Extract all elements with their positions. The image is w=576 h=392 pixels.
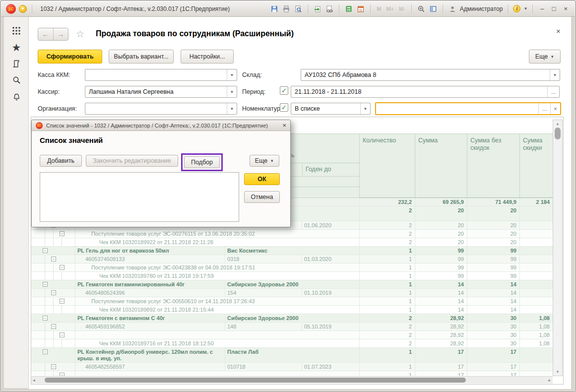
settings-button[interactable]: Настройки... (181, 50, 234, 64)
sklad-combo[interactable]: АУ1032 СПб Абрамова 8▼ (301, 69, 560, 81)
column-header-sum[interactable]: Сумма (415, 134, 467, 197)
print-preview-icon[interactable] (294, 4, 303, 13)
table-row[interactable]: Чек ККМ 10320189780 от 21.11.2018 19:17:… (31, 272, 553, 280)
table-row[interactable]: −460548255859701071801.07.202311717 (31, 363, 553, 371)
scroll-up-icon[interactable]: ▲ (553, 122, 562, 126)
pick-button[interactable]: Подбор (184, 156, 220, 168)
nomenclature-list-field[interactable]: ... × (375, 102, 561, 115)
forward-button[interactable]: → (54, 28, 68, 40)
table-row[interactable]: −Поступление товаров услуг ЭС-00276115 о… (31, 230, 553, 238)
column-header-sum-no-discount[interactable]: Сумма без скидок (467, 134, 520, 197)
collapse-icon[interactable]: − (43, 282, 48, 287)
dialog-more-button[interactable]: Еще▼ (250, 155, 279, 167)
table-row[interactable]: Чек ККМ 10320189892 от 21.11.2018 21:15:… (31, 306, 553, 314)
table-row[interactable]: −11717 (31, 371, 553, 376)
table-row[interactable]: Чек ККМ 10320189716 от 21.11.2018 18:12:… (31, 339, 553, 348)
nomenclature-condition-combo[interactable]: В списке▼ (291, 103, 371, 115)
collapse-icon[interactable]: − (43, 248, 48, 253)
table-row[interactable]: Чек ККМ 10320189922 от 21.11.2018 22:11:… (31, 238, 553, 247)
collapse-icon[interactable]: − (43, 349, 48, 354)
ellipsis-button[interactable]: ... (538, 103, 550, 114)
sections-menu-icon[interactable] (4, 24, 29, 38)
table-row[interactable]: −Поступление товаров услуг ЭС-00423838 о… (31, 263, 553, 272)
memory-recall-button[interactable]: M (376, 6, 382, 12)
table-row[interactable]: −Поступление товаров услуг ЭС-00550610 о… (31, 297, 553, 306)
vertical-scrollbar[interactable]: ▲ ▼ (553, 120, 563, 376)
history-icon[interactable] (4, 57, 29, 70)
collapse-icon[interactable]: − (60, 373, 64, 376)
go-to-link-icon[interactable] (325, 4, 334, 13)
main-menu-dropdown-icon[interactable]: ▼ (19, 5, 27, 13)
clear-icon[interactable]: × (550, 103, 560, 114)
period-field[interactable]: 21.11.2018 - 21.11.2018... (291, 86, 560, 98)
more-button[interactable]: Еще▼ (529, 50, 561, 64)
column-header-valid-until[interactable]: Годен до (302, 164, 360, 176)
get-link-icon[interactable] (313, 4, 322, 13)
minimize-button[interactable]: – (538, 5, 546, 12)
collapse-icon[interactable]: − (60, 265, 64, 270)
back-button[interactable]: ← (38, 28, 54, 40)
period-checkbox[interactable]: ✓ (280, 86, 288, 95)
table-row[interactable]: −228,92301,08 (31, 331, 553, 339)
finish-edit-button[interactable]: Закончить редактирование (86, 155, 178, 167)
current-user-label[interactable]: Администратор (460, 5, 503, 12)
split-window-icon[interactable] (429, 4, 438, 13)
calculator-icon[interactable] (344, 4, 353, 13)
scroll-down-icon[interactable]: ▼ (553, 370, 562, 374)
kassir-combo[interactable]: Лапшина Наталия Сергеевна▼ (85, 86, 237, 98)
chevron-down-icon[interactable]: ▼ (550, 69, 560, 80)
nomenclature-checkbox[interactable]: ✓ (280, 103, 288, 112)
chevron-down-icon[interactable]: ▼ (227, 103, 237, 114)
search-icon[interactable] (4, 73, 29, 87)
maximize-button[interactable]: □ (550, 5, 559, 12)
zoom-icon[interactable] (417, 4, 426, 13)
collapse-icon[interactable]: − (60, 299, 64, 304)
1c-logo-icon[interactable]: 1С (6, 4, 16, 14)
table-row[interactable]: −PL Контейнер д/биопроб универс. 120мл п… (31, 348, 553, 363)
favorites-star-icon[interactable]: ★ (4, 41, 29, 55)
info-icon[interactable]: i (513, 5, 520, 12)
generate-button[interactable]: Сформировать (38, 50, 102, 64)
table-row[interactable]: −PL Гематоген витаминизированный 40гСиби… (31, 280, 553, 289)
memory-add-button[interactable]: M+ (385, 6, 395, 12)
cancel-button[interactable]: Отмена (244, 191, 280, 203)
kassa-combo[interactable]: ▼ (85, 69, 237, 81)
collapse-icon[interactable]: − (43, 316, 48, 321)
scroll-right-icon[interactable]: ▸ (548, 378, 551, 383)
table-row[interactable]: −460548052439615401.10.201911414 (31, 289, 553, 297)
memory-subtract-button[interactable]: M- (398, 6, 406, 12)
column-header-discount[interactable]: Сумма скидки (520, 134, 553, 197)
chevron-down-icon[interactable]: ▼ (360, 103, 370, 114)
close-button[interactable]: × (561, 5, 570, 12)
table-row[interactable]: −PL Гематоген с витамином С 40гСибирское… (31, 314, 553, 323)
chevron-down-icon[interactable]: ▼ (227, 86, 237, 97)
value-list-box[interactable] (40, 172, 239, 222)
add-to-favorites-icon[interactable]: ☆ (76, 28, 84, 40)
horizontal-scroll-thumb[interactable] (45, 378, 466, 383)
collapse-icon[interactable]: − (51, 257, 56, 261)
add-value-button[interactable]: Добавить (40, 155, 82, 167)
collapse-icon[interactable]: − (51, 364, 56, 369)
table-row[interactable]: −4605374509133031801.03.202019999 (31, 255, 553, 263)
collapse-icon[interactable]: − (60, 332, 64, 337)
org-combo[interactable]: ▼ (85, 103, 237, 115)
ok-button[interactable]: ОК (244, 173, 280, 185)
table-row[interactable]: −460545919685214805.10.2019228,92301,08 (31, 323, 553, 331)
horizontal-scrollbar[interactable]: ◂ ▸ (31, 376, 553, 384)
dialog-close-icon[interactable]: × (282, 122, 286, 129)
ellipsis-button[interactable]: ... (547, 86, 559, 97)
vertical-scroll-thumb[interactable] (555, 128, 561, 139)
form-close-icon[interactable]: × (556, 27, 561, 35)
notifications-bell-icon[interactable] (4, 90, 29, 104)
print-icon[interactable] (282, 4, 291, 13)
scroll-left-icon[interactable]: ◂ (33, 378, 35, 383)
calendar-icon[interactable]: 31 (356, 4, 365, 13)
chevron-down-icon[interactable]: ▼ (227, 69, 237, 80)
collapse-icon[interactable]: − (60, 231, 64, 236)
collapse-icon[interactable]: − (51, 290, 56, 295)
save-icon[interactable] (270, 4, 279, 13)
collapse-icon[interactable]: − (51, 324, 56, 329)
choose-variant-button[interactable]: Выбрать вариант... (109, 50, 174, 64)
column-header-qty[interactable]: Количество (360, 134, 415, 197)
info-dropdown-icon[interactable]: ▼ (523, 6, 527, 11)
